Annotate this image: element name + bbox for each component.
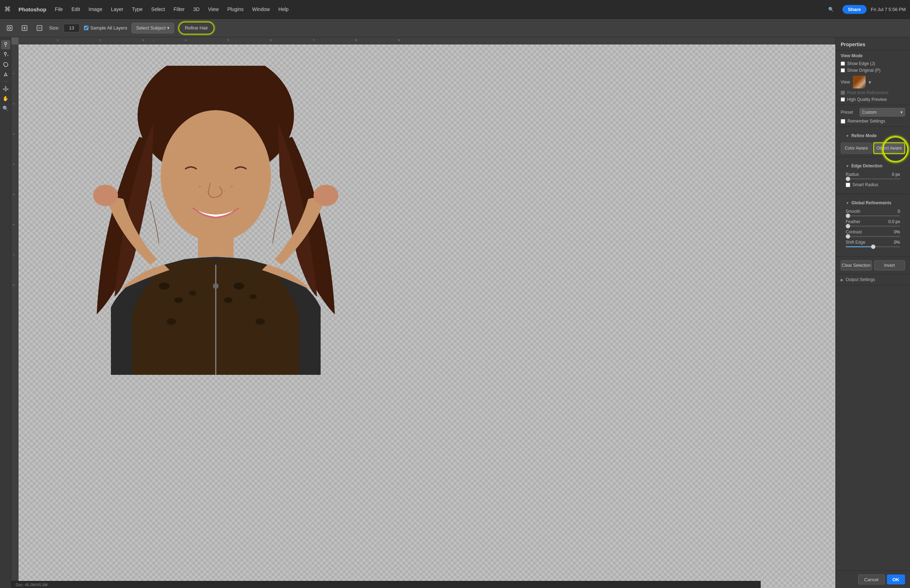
real-time-row[interactable]: Real-time Refinement: [841, 90, 905, 95]
sample-all-layers-checkbox[interactable]: [84, 26, 89, 30]
global-refinements-content: Smooth 0 Feather 0.0 px: [841, 207, 905, 254]
selection-buttons: Clear Selection Invert: [836, 257, 910, 274]
radius-row: Radius 0 px: [846, 172, 900, 177]
feather-slider[interactable]: [846, 226, 900, 227]
output-settings-label: Output Settings: [846, 277, 875, 282]
menu-image[interactable]: Image: [85, 5, 106, 13]
remember-settings-row[interactable]: Remember Settings: [841, 119, 905, 124]
panel-title: Properties: [836, 37, 910, 50]
canvas-content[interactable]: [18, 44, 836, 588]
svg-point-26: [174, 297, 183, 303]
feather-slider-thumb[interactable]: [846, 224, 850, 228]
view-dropdown-icon[interactable]: ▾: [868, 79, 871, 86]
size-input[interactable]: [64, 24, 79, 32]
remember-settings-checkbox[interactable]: [841, 119, 845, 124]
svg-point-20: [224, 190, 225, 192]
object-aware-button[interactable]: Object Aware: [873, 142, 905, 154]
subtract-mode-icon[interactable]: [34, 23, 45, 33]
invert-button[interactable]: Invert: [874, 260, 905, 270]
refine-hair-button[interactable]: Refine Hair: [178, 22, 214, 34]
menu-help[interactable]: Help: [275, 5, 292, 13]
remember-settings-label: Remember Settings: [847, 119, 885, 124]
preset-label: Preset: [841, 110, 857, 115]
menu-3d[interactable]: 3D: [189, 5, 203, 13]
radius-slider-thumb[interactable]: [846, 176, 850, 181]
svg-point-9: [4, 52, 6, 54]
menu-bar: ⌘ Photoshop File Edit Image Layer Type S…: [0, 0, 910, 19]
shift-edge-value: 0%: [886, 240, 900, 245]
output-settings-header[interactable]: ▶ Output Settings: [841, 277, 905, 282]
menu-filter[interactable]: Filter: [170, 5, 188, 13]
add-mode-icon[interactable]: [19, 23, 30, 33]
show-edge-checkbox[interactable]: [841, 61, 845, 66]
high-quality-row[interactable]: High Quality Preview: [841, 97, 905, 102]
menu-edit[interactable]: Edit: [68, 5, 84, 13]
show-original-checkbox[interactable]: [841, 68, 845, 73]
show-original-row[interactable]: Show Original (P): [841, 68, 905, 73]
menu-type[interactable]: Type: [128, 5, 146, 13]
main-content: ✋ 🔍 1 2 3 | 4 5 6 7 8 9 1 2 3 4: [0, 37, 910, 588]
view-thumbnail[interactable]: [853, 76, 866, 89]
apple-menu[interactable]: ⌘: [4, 5, 11, 13]
smooth-row: Smooth 0: [846, 209, 900, 214]
menu-plugins[interactable]: Plugins: [223, 5, 247, 13]
svg-point-28: [233, 283, 244, 289]
search-icon[interactable]: 🔍: [828, 7, 834, 12]
global-refinements-header[interactable]: ▼ Global Refinements: [841, 197, 905, 207]
shift-edge-slider-thumb[interactable]: [871, 244, 876, 249]
tool-brush[interactable]: [1, 40, 10, 49]
refine-mode-title: Refine Mode: [851, 133, 877, 138]
menu-window[interactable]: Window: [248, 5, 274, 13]
menu-layer[interactable]: Layer: [107, 5, 127, 13]
preset-dropdown[interactable]: Custom ▾: [860, 108, 905, 116]
menu-view[interactable]: View: [204, 5, 222, 13]
menu-file[interactable]: File: [51, 5, 66, 13]
refine-mode-section: ▼ Refine Mode Color Aware Object Aware: [836, 127, 910, 157]
edge-detection-title: Edge Detection: [851, 163, 882, 168]
tool-mode-icon[interactable]: [4, 23, 15, 33]
contrast-slider-thumb[interactable]: [846, 234, 850, 239]
feather-row: Feather 0.0 px: [846, 219, 900, 224]
real-time-checkbox[interactable]: [841, 90, 845, 95]
show-edge-row[interactable]: Show Edge (J): [841, 61, 905, 66]
edge-detection-header[interactable]: ▼ Edge Detection: [841, 160, 905, 171]
smooth-slider[interactable]: [846, 215, 900, 216]
output-settings-section: ▶ Output Settings: [836, 274, 910, 285]
tool-hand[interactable]: ✋: [1, 94, 10, 103]
edge-detection-section: ▼ Edge Detection Radius 0 px Smart Radiu…: [836, 157, 910, 194]
radius-slider[interactable]: [846, 178, 900, 179]
cancel-button[interactable]: Cancel: [858, 575, 884, 585]
tool-move[interactable]: [1, 84, 10, 93]
tool-add-brush[interactable]: [1, 50, 10, 59]
refine-mode-header[interactable]: ▼ Refine Mode: [841, 130, 905, 141]
color-aware-button[interactable]: Color Aware: [841, 142, 872, 154]
svg-point-24: [213, 283, 219, 289]
preset-value: Custom: [862, 110, 877, 115]
clear-selection-button[interactable]: Clear Selection: [841, 260, 872, 270]
svg-point-19: [206, 191, 207, 192]
ok-button[interactable]: OK: [887, 575, 905, 585]
contrast-slider[interactable]: [846, 236, 900, 237]
radius-value: 0 px: [886, 172, 900, 177]
share-button[interactable]: Share: [842, 5, 866, 14]
edge-detection-content: Radius 0 px Smart Radius: [841, 171, 905, 191]
svg-rect-0: [7, 26, 12, 31]
menu-select[interactable]: Select: [147, 5, 168, 13]
tool-polygon[interactable]: [1, 70, 10, 79]
preset-chevron-icon: ▾: [900, 110, 902, 115]
sample-all-layers-label[interactable]: Sample All Layers: [84, 25, 127, 31]
shift-edge-slider[interactable]: [846, 246, 900, 247]
tool-lasso[interactable]: [1, 60, 10, 69]
edge-detection-arrow-icon: ▼: [846, 164, 849, 168]
smart-radius-row[interactable]: Smart Radius: [846, 182, 900, 187]
smooth-slider-thumb[interactable]: [846, 213, 850, 218]
global-refinements-section: ▼ Global Refinements Smooth 0: [836, 194, 910, 257]
high-quality-checkbox[interactable]: [841, 97, 845, 102]
tool-zoom[interactable]: 🔍: [1, 104, 10, 113]
app-name[interactable]: Photoshop: [15, 5, 50, 14]
smart-radius-checkbox[interactable]: [846, 183, 850, 187]
canvas-area[interactable]: 1 2 3 | 4 5 6 7 8 9 1 2 3 4 5 6 7 8: [11, 37, 836, 588]
person-illustration: [29, 66, 402, 375]
status-bar: Doc: 45.0M/45.0M: [11, 581, 761, 588]
select-subject-button[interactable]: Select Subject ▾: [131, 23, 174, 33]
